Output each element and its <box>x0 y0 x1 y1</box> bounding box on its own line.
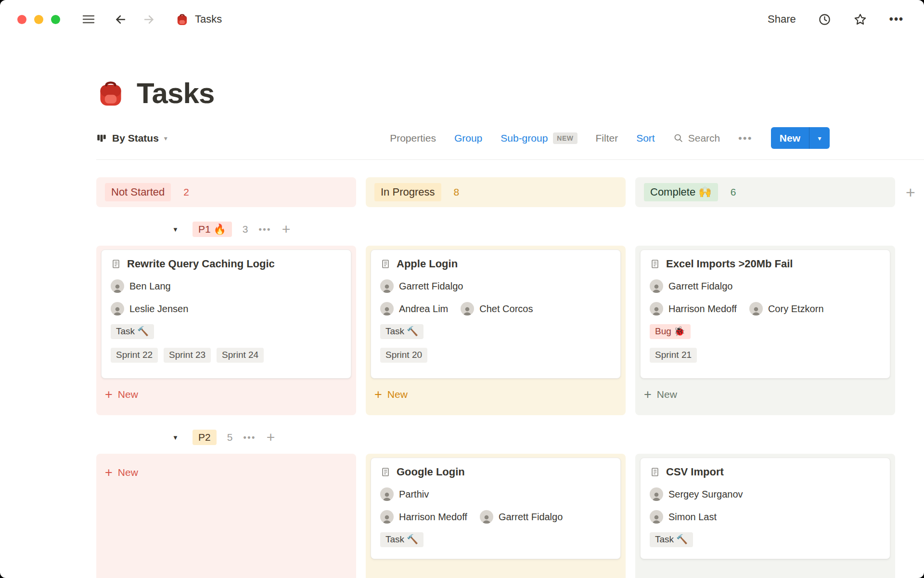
favorite-star-icon[interactable] <box>853 13 867 26</box>
assignee: Harrison Medoff <box>380 510 467 524</box>
page-title[interactable]: Tasks <box>137 79 215 108</box>
new-card-button[interactable]: + New <box>101 384 351 405</box>
window-more-options-icon[interactable]: ••• <box>889 13 904 26</box>
assignee-name: Chet Corcos <box>479 303 533 315</box>
assignee-row: Leslie Jensen <box>111 302 342 315</box>
view-more-options-icon[interactable]: ••• <box>738 132 753 144</box>
backpack-icon[interactable] <box>96 79 125 108</box>
assignee-name: Sergey Surganov <box>668 489 743 500</box>
avatar <box>650 510 663 524</box>
toolbar-divider <box>96 159 924 160</box>
assignee-name: Garrett Fidalgo <box>399 281 463 292</box>
assignee-row: Garrett Fidalgo <box>650 279 881 293</box>
group-more-icon[interactable]: ••• <box>243 433 256 443</box>
status-badge[interactable]: Complete 🙌 <box>644 183 718 201</box>
assignee-row: Harrison Medoff Cory Etzkorn <box>650 302 881 315</box>
column-headers: Not Started 2 In Progress 8 Complete 🙌 6 <box>96 177 895 207</box>
search-button[interactable]: Search <box>673 132 720 144</box>
status-badge[interactable]: Not Started <box>105 183 171 201</box>
sprint-tag: Sprint 23 <box>164 348 211 363</box>
card-title-row: Excel Imports >20Mb Fail <box>650 258 881 270</box>
group-add-icon[interactable]: + <box>267 430 275 445</box>
avatar <box>380 487 394 501</box>
group-count: 5 <box>227 432 233 443</box>
card-csv-import[interactable]: CSV Import Sergey Surganov Simon Last <box>640 458 890 559</box>
group-more-icon[interactable]: ••• <box>258 224 271 235</box>
cell-in-progress-p1: Apple Login Garrett Fidalgo Andrea Lim <box>366 246 626 415</box>
assignee-row: Garrett Fidalgo <box>380 279 611 293</box>
type-tag: Task 🔨 <box>650 532 693 547</box>
chevron-down-icon: ▾ <box>164 134 167 142</box>
view-name: By Status <box>112 132 159 144</box>
assignee: Garrett Fidalgo <box>650 279 732 293</box>
column-count: 8 <box>454 186 460 198</box>
breadcrumb[interactable]: Tasks <box>176 13 222 26</box>
close-window-button[interactable] <box>17 15 26 24</box>
group-header-p1: ▼ P1 🔥 3 ••• + <box>172 222 895 237</box>
assignee-name: Harrison Medoff <box>668 303 737 315</box>
back-button[interactable] <box>114 13 127 26</box>
tab-title: Tasks <box>195 13 222 26</box>
card-rewrite-query-caching-logic[interactable]: Rewrite Query Caching Logic Ben Lang Les… <box>101 250 351 379</box>
new-page-button[interactable]: New ▾ <box>771 127 830 149</box>
column-header-in-progress: In Progress 8 <box>366 177 626 207</box>
new-card-label: New <box>118 467 138 478</box>
zoom-window-button[interactable] <box>51 15 60 24</box>
card-title: Apple Login <box>397 258 458 270</box>
new-card-label: New <box>657 389 677 400</box>
group-add-icon[interactable]: + <box>282 222 291 236</box>
sort-button[interactable]: Sort <box>636 132 655 144</box>
assignee: Garrett Fidalgo <box>380 279 463 293</box>
assignee: Andrea Lim <box>380 302 448 315</box>
assignee-name: Garrett Fidalgo <box>668 281 732 292</box>
assignee-name: Garrett Fidalgo <box>499 512 563 523</box>
card-title: Google Login <box>397 466 465 478</box>
status-badge[interactable]: In Progress <box>374 183 441 201</box>
board-view-icon <box>96 133 107 144</box>
cell-in-progress-p2: Google Login Parthiv Harrison Medoff <box>366 454 626 578</box>
collapse-triangle-icon[interactable]: ▼ <box>172 226 182 233</box>
type-tag: Task 🔨 <box>380 324 424 339</box>
sidebar-toggle-icon[interactable] <box>82 14 95 25</box>
updates-clock-icon[interactable] <box>818 13 831 26</box>
share-button[interactable]: Share <box>768 13 796 26</box>
assignee: Harrison Medoff <box>650 302 737 315</box>
assignee: Leslie Jensen <box>111 302 188 315</box>
card-excel-imports-fail[interactable]: Excel Imports >20Mb Fail Garrett Fidalgo… <box>640 250 890 379</box>
view-switcher[interactable]: By Status ▾ <box>96 132 167 144</box>
new-card-label: New <box>387 389 408 400</box>
group-badge-p2[interactable]: P2 <box>192 430 217 445</box>
new-page-chevron-icon[interactable]: ▾ <box>809 127 830 149</box>
assignee-row: Parthiv <box>380 487 611 501</box>
subgroup-button[interactable]: Sub-group NEW <box>500 132 577 144</box>
board-row-p1: Rewrite Query Caching Logic Ben Lang Les… <box>96 246 895 415</box>
minimize-window-button[interactable] <box>34 15 43 24</box>
card-apple-login[interactable]: Apple Login Garrett Fidalgo Andrea Lim <box>371 250 621 379</box>
properties-button[interactable]: Properties <box>390 132 436 144</box>
card-title: CSV Import <box>666 466 724 478</box>
group-button[interactable]: Group <box>454 132 482 144</box>
filter-button[interactable]: Filter <box>596 132 618 144</box>
new-card-button[interactable]: + New <box>101 462 351 483</box>
type-tag: Task 🔨 <box>380 532 424 547</box>
collapse-triangle-icon[interactable]: ▼ <box>172 434 182 441</box>
subgroup-label: Sub-group <box>500 132 548 144</box>
window-controls <box>17 15 60 24</box>
assignee-name: Simon Last <box>668 512 717 523</box>
card-title-row: CSV Import <box>650 466 881 478</box>
add-column-button[interactable]: + <box>906 184 915 200</box>
forward-button[interactable] <box>142 13 155 26</box>
column-header-complete: Complete 🙌 6 <box>635 177 895 207</box>
card-google-login[interactable]: Google Login Parthiv Harrison Medoff <box>371 458 621 559</box>
history-nav <box>114 13 155 26</box>
page-doc-icon <box>380 259 391 269</box>
tag-row: Task 🔨 <box>111 324 342 339</box>
sprint-row: Sprint 22 Sprint 23 Sprint 24 <box>111 348 342 363</box>
new-card-button[interactable]: + New <box>640 384 890 405</box>
card-title: Excel Imports >20Mb Fail <box>666 258 793 270</box>
assignee: Chet Corcos <box>461 302 533 315</box>
group-badge-p1[interactable]: P1 🔥 <box>192 222 232 237</box>
avatar <box>650 279 663 293</box>
card-title-row: Apple Login <box>380 258 611 270</box>
new-card-button[interactable]: + New <box>371 384 621 405</box>
